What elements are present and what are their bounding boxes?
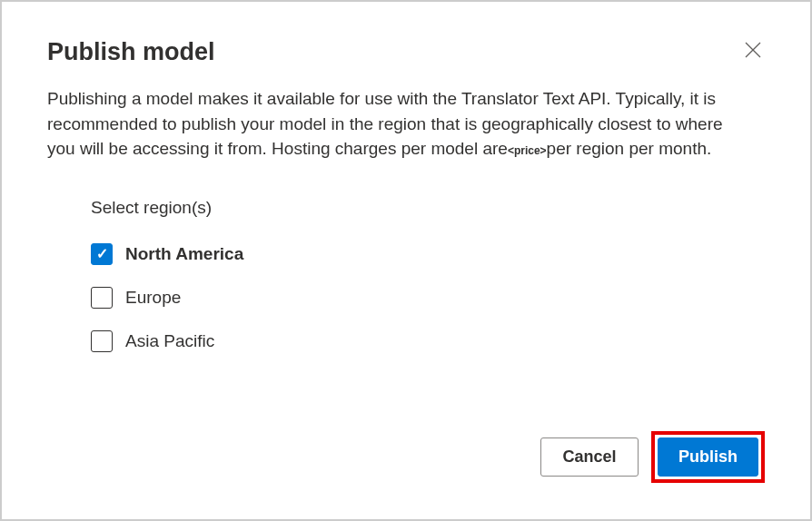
region-label: Asia Pacific <box>125 331 214 351</box>
dialog-title: Publish model <box>47 38 215 66</box>
region-item-north-america[interactable]: ✓ North America <box>91 243 765 265</box>
regions-label: Select region(s) <box>91 198 765 218</box>
dialog-description: Publishing a model makes it available fo… <box>47 86 738 162</box>
checkbox-north-america[interactable]: ✓ <box>91 243 113 265</box>
publish-highlight: Publish <box>651 431 765 483</box>
cancel-button[interactable]: Cancel <box>540 437 639 477</box>
checkbox-asia-pacific[interactable] <box>91 330 113 352</box>
regions-section: Select region(s) ✓ North America Europe … <box>91 198 765 352</box>
region-label: Europe <box>125 288 181 308</box>
button-row: Cancel Publish <box>540 431 765 483</box>
publish-button[interactable]: Publish <box>658 437 758 477</box>
checkmark-icon: ✓ <box>96 247 108 261</box>
description-text-2: per region per month. <box>547 139 712 158</box>
region-item-europe[interactable]: Europe <box>91 287 765 309</box>
close-icon[interactable] <box>741 38 765 64</box>
region-item-asia-pacific[interactable]: Asia Pacific <box>91 330 765 352</box>
checkbox-europe[interactable] <box>91 287 113 309</box>
price-placeholder: <price> <box>508 144 547 157</box>
region-label: North America <box>125 244 243 264</box>
